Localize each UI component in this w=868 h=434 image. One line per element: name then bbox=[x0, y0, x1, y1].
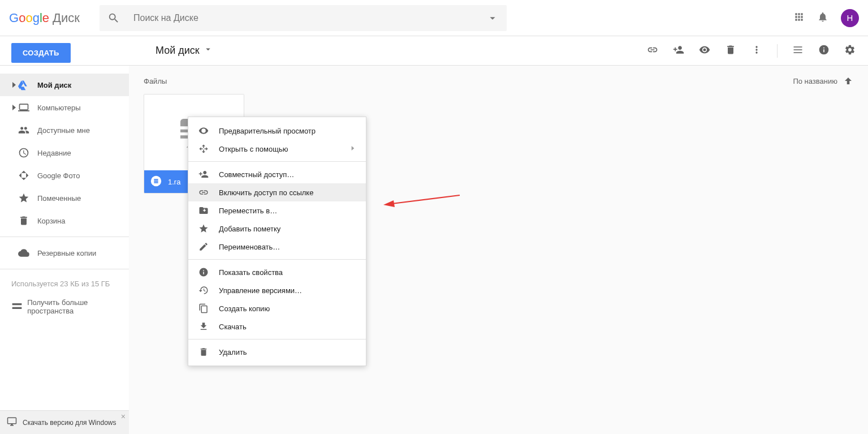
avatar[interactable]: Н bbox=[841, 9, 859, 27]
ctx-open-with[interactable]: Открыть с помощью bbox=[188, 140, 366, 158]
ctx-star[interactable]: Добавить пометку bbox=[188, 220, 366, 238]
download-label: Скачать версию для Windows bbox=[23, 419, 116, 427]
close-icon[interactable]: × bbox=[121, 412, 126, 421]
breadcrumb[interactable]: Мой диск bbox=[156, 44, 213, 57]
cloud-icon bbox=[18, 247, 37, 259]
create-button[interactable]: СОЗДАТЬ bbox=[11, 43, 71, 63]
avatar-letter: Н bbox=[847, 13, 853, 23]
header-actions: Н bbox=[793, 9, 859, 27]
sidebar-item-label: Google Фото bbox=[37, 171, 80, 180]
preview-eye-icon[interactable] bbox=[699, 44, 710, 58]
sidebar-item-photos[interactable]: Google Фото bbox=[0, 164, 129, 187]
ctx-label: Предварительный просмотр bbox=[219, 127, 316, 135]
clock-icon bbox=[18, 147, 37, 158]
sidebar-item-label: Мой диск bbox=[37, 81, 71, 89]
sort-control[interactable]: По названию bbox=[793, 76, 853, 86]
person-add-icon bbox=[198, 169, 219, 179]
ctx-label: Переместить в… bbox=[219, 207, 277, 215]
sidebar-item-label: Доступные мне bbox=[37, 126, 90, 135]
more-icon[interactable] bbox=[751, 44, 762, 58]
link-icon bbox=[198, 187, 219, 197]
ctx-versions[interactable]: Управление версиями… bbox=[188, 281, 366, 299]
section-header: Файлы По названию bbox=[144, 76, 853, 86]
ctx-label: Переименовать… bbox=[219, 243, 280, 251]
logo[interactable]: Google Диск bbox=[9, 11, 100, 25]
trash-icon bbox=[198, 347, 219, 357]
ctx-share[interactable]: Совместный доступ… bbox=[188, 165, 366, 183]
ctx-download[interactable]: Скачать bbox=[188, 317, 366, 336]
download-icon bbox=[198, 321, 219, 332]
history-icon bbox=[198, 285, 219, 295]
notifications-icon[interactable] bbox=[817, 11, 828, 25]
ctx-rename[interactable]: Переименовать… bbox=[188, 238, 366, 256]
copy-icon bbox=[198, 303, 219, 313]
sidebar-item-shared[interactable]: Доступные мне bbox=[0, 119, 129, 141]
chevron-right-icon bbox=[349, 144, 357, 154]
product-name: Диск bbox=[53, 11, 80, 25]
ctx-label: Открыть с помощью bbox=[219, 145, 288, 153]
expand-icon bbox=[11, 105, 17, 110]
sort-label: По названию bbox=[793, 77, 837, 85]
sidebar-item-backups[interactable]: Резервные копии bbox=[0, 242, 129, 264]
expand-icon bbox=[11, 82, 17, 88]
info-icon bbox=[198, 267, 219, 277]
ctx-move[interactable]: Переместить в… bbox=[188, 201, 366, 220]
ctx-label: Совместный доступ… bbox=[219, 170, 294, 179]
upgrade-storage[interactable]: Получить больше пространства bbox=[0, 294, 129, 320]
sidebar-item-mydrive[interactable]: Мой диск bbox=[0, 74, 129, 96]
drive-icon bbox=[18, 79, 37, 91]
delete-icon[interactable] bbox=[725, 44, 736, 58]
sidebar-item-label: Компьютеры bbox=[37, 104, 81, 112]
context-menu: Предварительный просмотр Открыть с помощ… bbox=[188, 117, 366, 366]
search-input[interactable] bbox=[133, 13, 486, 23]
photos-icon bbox=[18, 170, 37, 181]
ctx-preview[interactable]: Предварительный просмотр bbox=[188, 122, 366, 140]
link-icon[interactable] bbox=[647, 44, 658, 58]
sidebar-item-starred[interactable]: Помеченные bbox=[0, 187, 129, 209]
storage-icon bbox=[11, 300, 27, 313]
apps-icon[interactable] bbox=[793, 11, 805, 25]
main-area: Файлы По названию 1.ra Предварительный п… bbox=[129, 66, 868, 434]
sidebar-item-trash[interactable]: Корзина bbox=[0, 209, 129, 232]
upgrade-label: Получить больше пространства bbox=[27, 298, 118, 315]
search-box[interactable] bbox=[100, 5, 507, 31]
caret-down-icon bbox=[203, 44, 213, 57]
svg-line-1 bbox=[392, 195, 460, 204]
list-view-icon[interactable] bbox=[792, 44, 804, 58]
ctx-label: Удалить bbox=[219, 348, 247, 356]
sidebar-item-label: Корзина bbox=[37, 217, 66, 225]
ctx-label: Скачать bbox=[219, 323, 247, 331]
sidebar-item-recent[interactable]: Недавние bbox=[0, 141, 129, 164]
ctx-delete[interactable]: Удалить bbox=[188, 343, 366, 361]
section-title: Файлы bbox=[144, 77, 167, 85]
star-icon bbox=[198, 224, 219, 234]
share-person-icon[interactable] bbox=[673, 44, 684, 58]
separator bbox=[777, 44, 778, 58]
storage-usage: Используется 23 КБ из 15 ГБ bbox=[0, 274, 129, 294]
download-client-bar[interactable]: Скачать версию для Windows × bbox=[0, 410, 129, 434]
svg-marker-2 bbox=[383, 200, 395, 207]
folder-move-icon bbox=[198, 205, 219, 216]
ctx-details[interactable]: Показать свойства bbox=[188, 263, 366, 281]
sidebar-item-label: Недавние bbox=[37, 149, 71, 157]
desktop-icon bbox=[7, 416, 17, 428]
sidebar-item-label: Резервные копии bbox=[37, 249, 96, 257]
ctx-get-link[interactable]: Включить доступ по ссылке bbox=[188, 183, 366, 201]
annotation-arrow bbox=[383, 192, 463, 212]
sidebar-item-computers[interactable]: Компьютеры bbox=[0, 96, 129, 119]
search-options-caret-icon[interactable] bbox=[486, 12, 499, 24]
star-icon bbox=[18, 192, 37, 204]
sidebar-item-label: Помеченные bbox=[37, 194, 81, 203]
people-icon bbox=[18, 124, 37, 136]
ctx-label: Показать свойства bbox=[219, 268, 283, 277]
ctx-copy[interactable]: Создать копию bbox=[188, 299, 366, 317]
settings-gear-icon[interactable] bbox=[844, 44, 856, 58]
info-icon[interactable] bbox=[818, 44, 830, 58]
ctx-label: Создать копию bbox=[219, 304, 270, 313]
ctx-label: Добавить пометку bbox=[219, 225, 280, 233]
breadcrumb-label: Мой диск bbox=[156, 45, 200, 57]
trash-icon bbox=[18, 215, 37, 226]
ctx-label: Включить доступ по ссылке bbox=[219, 188, 313, 197]
computer-icon bbox=[18, 102, 37, 113]
search-icon bbox=[107, 12, 120, 24]
